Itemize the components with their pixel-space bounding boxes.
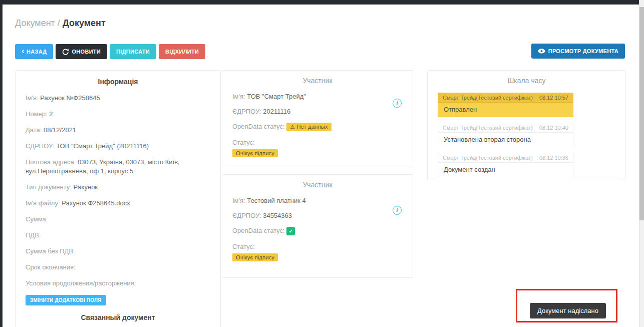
participant-1-name: Ім'я: ТОВ "Смарт Трейд" bbox=[232, 93, 403, 100]
timeline-event-time: 08.12 10:57 bbox=[539, 95, 568, 101]
timeline-event-time: 08.12 10:40 bbox=[539, 125, 568, 131]
participant-2-status-label: Статус: bbox=[232, 243, 403, 250]
decline-button-label: ВІДХИЛИТИ bbox=[165, 49, 199, 55]
timeline-event-author: Смарт Трейд(Тестовий сертифікат) bbox=[443, 125, 533, 131]
timeline-event-status: Отправлен bbox=[438, 103, 573, 117]
participant-1-status-label: Статус: bbox=[232, 139, 403, 146]
view-document-label: ПРОСМОТР ДОКУМЕНТА bbox=[548, 48, 618, 54]
info-item-number: Номер: 2 bbox=[26, 110, 210, 119]
refresh-icon bbox=[62, 49, 69, 55]
participant-panel-1: Участник i Ім'я: ТОВ "Смарт Трейд" ЄДРПО… bbox=[222, 70, 413, 168]
timeline-event-created: Смарт Трейд(Тестовий сертифікат) 08.12 1… bbox=[438, 153, 573, 177]
scrollbar-thumb[interactable] bbox=[639, 7, 644, 220]
participant-1-edrpou: ЄДРПОУ: 20211116 bbox=[232, 108, 403, 115]
info-item-vat: ПДВ: bbox=[26, 231, 210, 240]
timeline-event-author: Смарт Трейд(Тестовий сертифікат) bbox=[443, 155, 533, 161]
breadcrumb-current: Документ bbox=[63, 18, 106, 28]
info-panel: Інформація Ім'я: Рахунок №Ф258645 Номер:… bbox=[15, 70, 221, 327]
related-document-title: Связанный документ bbox=[26, 313, 210, 321]
toolbar: ‹ НАЗАД ОНОВИТИ ПІДПИСАТИ ВІДХИЛИТИ bbox=[15, 44, 205, 59]
breadcrumb: Документ / Документ bbox=[15, 18, 106, 29]
edit-additional-fields-button[interactable]: ЗМІНИТИ ДОДАТКОВІ ПОЛЯ bbox=[26, 295, 106, 305]
timeline-event-second-party: Смарт Трейд(Тестовий сертифікат) 08.12 1… bbox=[438, 123, 573, 147]
participant-1-opendata: OpenData статус: ⚠Нет данных bbox=[232, 123, 403, 131]
timeline-event-status: Установлена вторая сторона bbox=[438, 133, 573, 147]
participant-1-status-badge: Очікує підпису bbox=[232, 149, 278, 157]
info-icon[interactable]: i bbox=[393, 206, 402, 215]
info-item-date: Дата: 08/12/2021 bbox=[26, 126, 210, 135]
toast-document-sent: Документ надіслано bbox=[530, 303, 606, 318]
participant-2-edrpou: ЄДРПОУ: 34554363 bbox=[232, 212, 403, 219]
participant-panel-2: Участник i Ім'я: Тестовий платник 4 ЄДРП… bbox=[222, 174, 413, 278]
participant-2-name: Ім'я: Тестовий платник 4 bbox=[232, 197, 403, 204]
info-item-edrpou: ЄДРПОУ: ТОВ "Смарт Трейд" (20211116) bbox=[26, 142, 210, 151]
refresh-button[interactable]: ОНОВИТИ bbox=[56, 44, 107, 59]
info-item-end-date: Срок окончания: bbox=[26, 263, 210, 272]
participant-2-title: Участник bbox=[232, 181, 403, 189]
opendata-warning-badge: ⚠Нет данных bbox=[286, 123, 331, 131]
eye-icon bbox=[538, 49, 545, 54]
participant-2-status-badge: Очікує підпису bbox=[232, 253, 278, 261]
info-item-file-name: Ім'я файлу: Рахунок Ф258645.docx bbox=[26, 199, 210, 208]
decline-button[interactable]: ВІДХИЛИТИ bbox=[159, 44, 205, 59]
check-icon: ✓ bbox=[289, 228, 293, 234]
timeline-event-sent: Смарт Трейд(Тестовий сертифікат) 08.12 1… bbox=[438, 93, 573, 117]
refresh-button-label: ОНОВИТИ bbox=[72, 49, 101, 55]
opendata-ok-badge: ✓ bbox=[286, 227, 295, 235]
timeline-event-status: Документ создан bbox=[438, 163, 573, 177]
warning-icon: ⚠ bbox=[290, 124, 295, 130]
document-page: Документ / Документ ‹ НАЗАД ОНОВИТИ ПІДП… bbox=[0, 0, 644, 327]
timeline-panel: Шкала часу Смарт Трейд(Тестовий сертифік… bbox=[427, 70, 626, 180]
sign-button-label: ПІДПИСАТИ bbox=[116, 49, 150, 55]
info-item-postal-address: Почтова адреса: 03073, Україна, 03073, м… bbox=[26, 158, 210, 175]
info-item-doc-type: Тип документу: Рахунок bbox=[26, 183, 210, 192]
info-icon[interactable]: i bbox=[393, 99, 402, 108]
back-button-label: НАЗАД bbox=[27, 49, 47, 55]
participant-2-opendata: OpenData статус: ✓ bbox=[232, 227, 403, 235]
timeline-title: Шкала часу bbox=[438, 77, 615, 85]
participant-1-title: Участник bbox=[232, 77, 403, 85]
timeline-event-time: 08.12 10:36 bbox=[539, 155, 568, 161]
info-item-name: Ім'я: Рахунок №Ф258645 bbox=[26, 94, 210, 103]
view-document-button[interactable]: ПРОСМОТР ДОКУМЕНТА bbox=[531, 44, 625, 59]
scrollbar-track[interactable] bbox=[639, 0, 644, 327]
breadcrumb-separator: / bbox=[55, 18, 63, 28]
sign-button[interactable]: ПІДПИСАТИ bbox=[110, 44, 156, 59]
back-button[interactable]: ‹ НАЗАД bbox=[15, 44, 53, 59]
info-panel-title: Інформація bbox=[26, 78, 210, 86]
collapsed-sidebar bbox=[0, 5, 3, 327]
breadcrumb-section[interactable]: Документ bbox=[15, 18, 55, 28]
info-item-renewal-terms: Условия продолжения/расторжения: bbox=[26, 279, 210, 288]
top-navbar bbox=[0, 0, 639, 5]
info-item-sum: Сумма: bbox=[26, 215, 210, 224]
timeline-event-author: Смарт Трейд(Тестовий сертифікат) bbox=[443, 95, 533, 101]
info-item-sum-no-vat: Сумма без ПДВ: bbox=[26, 247, 210, 256]
